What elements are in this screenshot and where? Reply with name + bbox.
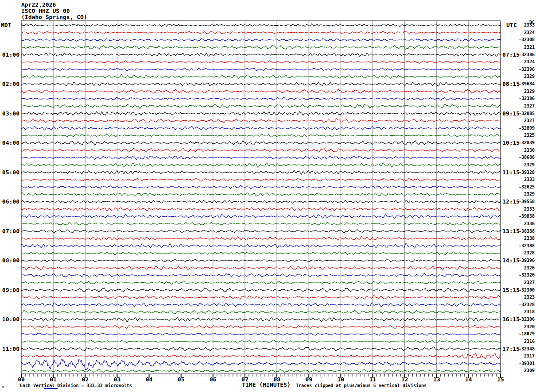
seismogram-trace-row — [21, 215, 501, 219]
seismogram-trace-row — [21, 359, 501, 370]
left-hour-label: 02:00 — [2, 81, 19, 87]
x-tick-label: 09 — [305, 376, 312, 383]
seismogram-trace-row — [21, 89, 501, 94]
seismogram-trace-row — [21, 119, 501, 123]
seismogram-trace-row — [21, 170, 501, 175]
right-hour-label: 10:15 — [502, 139, 520, 146]
left-hour-label: 10:00 — [2, 316, 19, 323]
dc-column-header: DC — [529, 20, 535, 25]
left-hour-label: 09:00 — [2, 287, 19, 293]
seismogram-trace-row — [21, 68, 501, 71]
right-hour-label: 15:15 — [502, 287, 520, 293]
seismogram-trace-row — [21, 148, 501, 153]
seismogram-trace-row — [21, 38, 501, 42]
x-tick-label: 10 — [338, 376, 345, 383]
dc-value: 2327 — [524, 280, 535, 285]
dc-value: -32328 — [519, 302, 535, 307]
dc-value: 2329 — [524, 74, 535, 79]
dc-value: -39838 — [519, 214, 535, 219]
dc-value: 2309 — [524, 368, 535, 373]
dc-value: 2338 — [524, 236, 535, 241]
right-hour-label: 09:15 — [502, 110, 520, 117]
seismogram-trace-row — [21, 222, 501, 225]
dc-value: -32885 — [519, 111, 535, 116]
seismogram-trace-row — [21, 45, 501, 49]
seismogram-trace-row — [21, 252, 501, 255]
left-hour-label: 06:00 — [2, 198, 19, 205]
left-timezone-label: MDT — [1, 22, 12, 28]
dc-value: -32386 — [519, 52, 535, 57]
x-tick-label: 01 — [50, 376, 57, 383]
x-tick-label: 06 — [210, 376, 217, 383]
x-tick-label: 14 — [465, 376, 472, 383]
seismogram-trace-row — [21, 303, 501, 307]
dc-value: -32396 — [519, 67, 535, 72]
dc-value: -38338 — [519, 229, 535, 234]
dc-value: 2317 — [524, 354, 535, 358]
title-station: ISCO HHZ US 00 — [21, 8, 70, 14]
dc-value: 2323 — [524, 295, 535, 300]
dc-value: -32326 — [519, 273, 535, 277]
left-hour-label: 08:00 — [2, 257, 19, 264]
x-tick-label: 03 — [114, 376, 121, 383]
dc-value: -32306 — [519, 317, 535, 322]
seismogram-trace-row — [21, 134, 501, 137]
left-hour-label: 01:00 — [2, 51, 19, 58]
dc-value: 2328 — [524, 250, 535, 255]
seismogram-trace-row — [21, 23, 501, 27]
x-tick-label: 12 — [401, 376, 408, 383]
seismogram-trace-row — [21, 31, 501, 34]
dc-value: 2329 — [524, 192, 535, 196]
dc-value: 2333 — [524, 207, 535, 211]
seismogram-trace-row — [21, 127, 501, 131]
right-hour-label: 08:15 — [502, 81, 520, 87]
dc-value: 2325 — [524, 133, 535, 138]
seismogram-trace-row — [21, 185, 501, 189]
seismogram-trace-row — [21, 53, 501, 56]
seismogram-trace-row — [21, 340, 501, 343]
seismogram-trace-row — [21, 97, 501, 100]
right-hour-label: 13:15 — [502, 228, 520, 234]
footer-left-note: Each Vertical Division = 333.33 microvol… — [20, 383, 132, 388]
dc-value: -39558 — [519, 199, 535, 204]
dc-value: 2329 — [524, 89, 535, 94]
grid-layer — [21, 21, 501, 374]
right-hour-label: 17:15 — [502, 346, 520, 352]
dc-value: -39301 — [519, 361, 535, 366]
dc-value: 2333 — [524, 177, 535, 182]
x-tick-label: 04 — [146, 376, 153, 383]
x-tick-label: 05 — [178, 376, 185, 383]
seismogram-trace-row — [21, 288, 501, 292]
right-hour-label: 14:15 — [502, 257, 520, 264]
right-hour-label: 16:15 — [502, 316, 520, 323]
x-tick-label: 00 — [18, 376, 25, 383]
seismogram-trace-row — [21, 273, 501, 277]
seismogram-trace-row — [21, 236, 501, 240]
seismogram-trace-row — [21, 354, 501, 359]
seismogram-trace-row — [21, 200, 501, 203]
x-axis-title: TIME (MINUTES) — [242, 381, 291, 388]
trace-layer — [21, 23, 501, 373]
seismogram-trace-row — [21, 295, 501, 299]
x-tick-label: 15 — [497, 376, 504, 383]
helicorder-page: 00010203040506070809101112131415 01:0002… — [0, 0, 536, 392]
dc-value: -39684 — [519, 81, 535, 86]
dc-value: 2336 — [524, 221, 535, 226]
seismogram-trace-row — [21, 243, 501, 248]
seismogram-trace-row — [21, 333, 501, 335]
dc-value: 2326 — [524, 265, 535, 270]
seismogram-trace-row — [21, 259, 501, 262]
seismogram-trace-row — [21, 178, 501, 181]
dc-value: 2327 — [524, 104, 535, 108]
dc-value: 2324 — [524, 59, 535, 64]
title-date: Apr22,2026 — [21, 1, 56, 8]
dc-value: -39396 — [519, 258, 535, 263]
dc-value: -32300 — [519, 288, 535, 292]
seismogram-trace-row — [21, 74, 501, 78]
dc-value: 2318 — [524, 309, 535, 314]
seismogram-trace-row — [21, 141, 501, 145]
dc-value: -39328 — [519, 170, 535, 175]
dc-value: 2329 — [524, 162, 535, 167]
left-hour-label: 03:00 — [2, 110, 19, 117]
seismogram-trace-row — [21, 347, 501, 351]
